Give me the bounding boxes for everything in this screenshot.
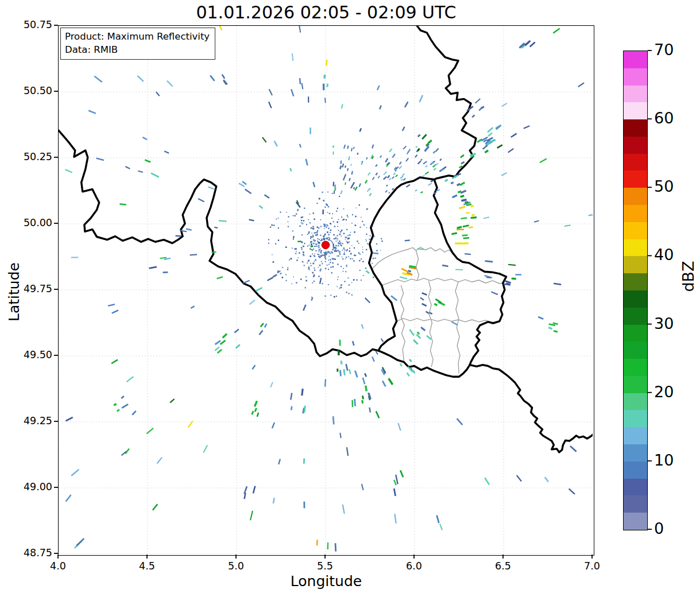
colorbar-segment — [624, 393, 647, 410]
x-tick-label: 6.0 — [397, 560, 431, 572]
colorbar-segment — [624, 359, 647, 376]
colorbar-segment — [624, 376, 647, 393]
colorbar-segment — [624, 170, 647, 188]
radar-site-marker — [322, 241, 330, 249]
x-axis-label: Longitude — [58, 573, 594, 590]
colorbar-segment — [624, 68, 647, 86]
y-tick-label: 50.75 — [16, 19, 52, 30]
colorbar-segment — [624, 205, 647, 222]
colorbar-segment — [624, 154, 647, 171]
colorbar-segment — [624, 137, 647, 154]
colorbar-segment — [624, 256, 647, 273]
colorbar-segment — [624, 51, 647, 68]
y-tick-label: 49.00 — [16, 481, 52, 493]
y-tick-label: 49.75 — [16, 283, 52, 294]
colorbar-segment — [624, 325, 647, 342]
colorbar-segment — [624, 444, 647, 462]
colorbar-segment — [624, 222, 647, 239]
colorbar-segment — [624, 410, 647, 427]
plot-area: Product: Maximum Reflectivity Data: RMIB — [58, 25, 594, 556]
colorbar-tick-label: 60 — [654, 109, 674, 127]
radar-figure: 01.01.2026 02:05 - 02:09 UTC Product: Ma… — [0, 0, 700, 597]
product-label: Product: Maximum Reflectivity — [65, 30, 210, 43]
colorbar-tick-label: 20 — [654, 383, 674, 401]
colorbar-segment — [624, 479, 647, 496]
y-tick-label: 50.25 — [16, 151, 52, 162]
colorbar — [623, 51, 648, 530]
y-tick-label: 50.00 — [16, 217, 52, 228]
colorbar-tick-label: 0 — [654, 520, 664, 537]
colorbar-tick-label: 30 — [654, 315, 674, 332]
colorbar-segment — [624, 427, 647, 444]
x-tick-label: 5.5 — [308, 560, 342, 572]
colorbar-segment — [624, 119, 647, 137]
colorbar-segment — [624, 495, 647, 513]
data-source-label: Data: RMIB — [65, 43, 210, 56]
colorbar-segment — [624, 239, 647, 257]
colorbar-segment — [624, 102, 647, 119]
colorbar-segment — [624, 308, 647, 325]
x-tick-label: 4.5 — [130, 560, 164, 572]
x-tick-label: 7.0 — [575, 560, 609, 572]
colorbar-segment — [624, 342, 647, 359]
y-tick-label: 49.25 — [16, 415, 52, 427]
y-tick-label: 50.50 — [16, 85, 52, 96]
colorbar-segment — [624, 513, 647, 530]
x-tick-label: 5.0 — [219, 560, 253, 572]
x-tick-label: 6.5 — [486, 560, 520, 572]
y-tick-label: 49.50 — [16, 349, 52, 360]
colorbar-segment — [624, 86, 647, 103]
colorbar-segment — [624, 273, 647, 290]
colorbar-segment — [624, 462, 647, 479]
x-tick-label: 4.0 — [41, 560, 75, 572]
y-tick-label: 48.75 — [16, 547, 52, 559]
colorbar-tick-label: 50 — [654, 177, 674, 195]
colorbar-segment — [624, 290, 647, 308]
colorbar-label: dBZ — [679, 251, 697, 303]
colorbar-tick-label: 10 — [654, 451, 674, 469]
colorbar-segment — [624, 188, 647, 205]
colorbar-tick-label: 40 — [654, 246, 674, 263]
map-canvas — [59, 26, 593, 554]
colorbar-tick-label: 70 — [654, 41, 674, 59]
product-info-box: Product: Maximum Reflectivity Data: RMIB — [60, 28, 215, 60]
figure-title: 01.01.2026 02:05 - 02:09 UTC — [58, 2, 594, 22]
